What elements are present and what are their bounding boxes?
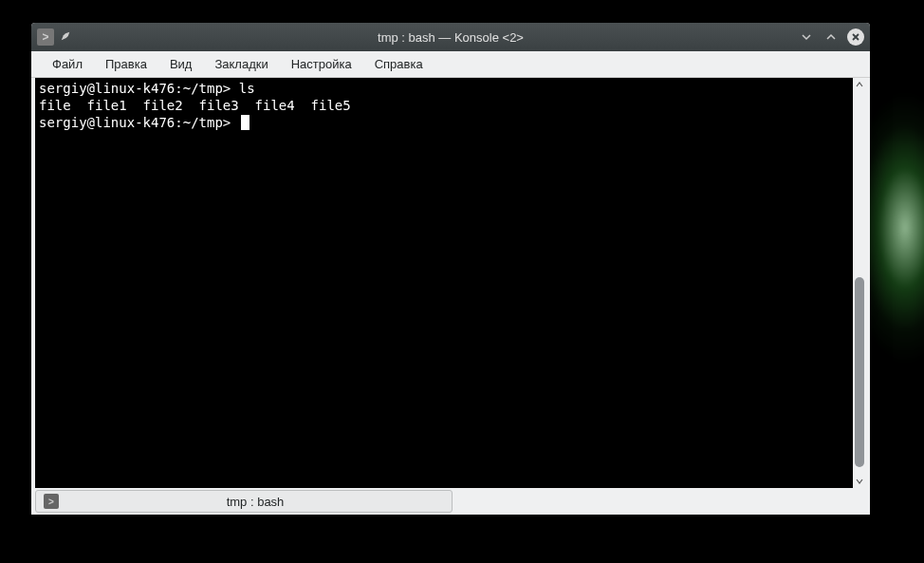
close-button[interactable]	[847, 28, 864, 46]
terminal-line: sergiy@linux-k476:~/tmp> ls	[39, 80, 849, 97]
tab-terminal[interactable]: > tmp : bash	[35, 490, 453, 513]
window-controls	[798, 28, 864, 46]
konsole-window: > tmp : bash — Konsole <2> Файл Правка В…	[31, 23, 870, 515]
scroll-up-icon[interactable]	[853, 78, 866, 91]
tabbar: > tmp : bash	[31, 488, 870, 515]
prompt: sergiy@linux-k476:~/tmp>	[39, 115, 231, 130]
tab-label: tmp : bash	[66, 495, 444, 509]
scroll-thumb[interactable]	[855, 277, 864, 467]
cursor-icon	[241, 115, 249, 130]
terminal-icon: >	[44, 494, 59, 509]
terminal-content[interactable]: sergiy@linux-k476:~/tmp> lsfile file1 fi…	[35, 78, 853, 488]
command: ls	[239, 81, 255, 96]
menu-file[interactable]: Файл	[41, 53, 94, 75]
prompt: sergiy@linux-k476:~/tmp>	[39, 81, 231, 96]
menu-help[interactable]: Справка	[363, 53, 434, 75]
titlebar-left: >	[37, 28, 71, 46]
window-title: tmp : bash — Konsole <2>	[378, 30, 524, 45]
terminal-area[interactable]: sergiy@linux-k476:~/tmp> lsfile file1 fi…	[35, 78, 866, 488]
minimize-button[interactable]	[798, 28, 815, 46]
maximize-button[interactable]	[822, 28, 840, 46]
terminal-line: sergiy@linux-k476:~/tmp>	[39, 114, 849, 131]
terminal-line: file file1 file2 file3 file4 file5	[39, 97, 849, 114]
titlebar[interactable]: > tmp : bash — Konsole <2>	[31, 23, 870, 51]
menu-settings[interactable]: Настройка	[280, 53, 363, 75]
menu-bookmarks[interactable]: Закладки	[203, 53, 279, 75]
scroll-down-icon[interactable]	[853, 475, 866, 488]
scrollbar[interactable]	[853, 78, 866, 488]
menu-view[interactable]: Вид	[158, 53, 204, 75]
menubar: Файл Правка Вид Закладки Настройка Справ…	[31, 51, 870, 78]
menu-edit[interactable]: Правка	[94, 53, 158, 75]
app-icon[interactable]: >	[37, 28, 54, 46]
pin-icon[interactable]	[60, 30, 71, 45]
